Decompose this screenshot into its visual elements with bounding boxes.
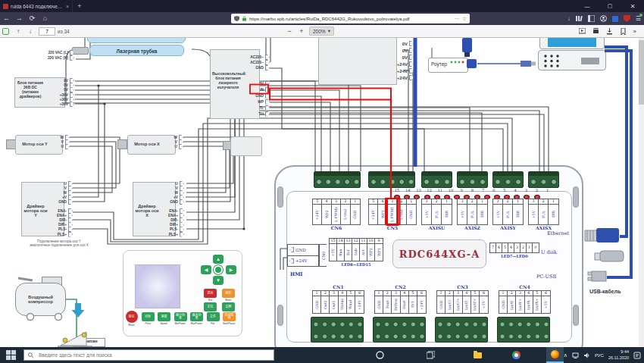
- back-button[interactable]: ←: [0, 12, 13, 25]
- pin-column: 1DIR: [477, 199, 487, 224]
- search-input[interactable]: [37, 352, 270, 358]
- laser-tube: Лазерная трубка: [89, 45, 184, 56]
- pdf-more-tools-icon[interactable]: »: [633, 28, 636, 35]
- file-explorer-icon[interactable]: [469, 347, 486, 363]
- forward-button[interactable]: →: [13, 12, 26, 25]
- tab-close-icon[interactable]: ×: [66, 4, 69, 9]
- pin-column: 2PUL: [539, 199, 549, 224]
- hmi-screen: [135, 264, 180, 308]
- presentation-mode-icon[interactable]: [579, 28, 586, 35]
- pin-label: ENA+: [168, 214, 178, 217]
- minimize-button[interactable]: —: [576, 0, 599, 12]
- zoom-level-select[interactable]: 200%▾: [309, 27, 334, 36]
- zoom-in-button[interactable]: +: [297, 27, 306, 35]
- led-column: 12Lub: [352, 239, 360, 261]
- connector-caption: CN3: [436, 284, 489, 290]
- pin-column: 5IN1: [409, 291, 417, 313]
- pin-arrow-icon: [265, 55, 270, 60]
- close-button[interactable]: ✕: [621, 0, 644, 12]
- bookmark-star-icon[interactable]: ☆: [462, 16, 467, 22]
- hmi-side-keys: 退出 Esc 回车 Enter 定位 Origin 边框 Frame: [203, 289, 239, 315]
- reload-button[interactable]: ⟳: [26, 12, 39, 25]
- home-button[interactable]: ⌂: [39, 12, 52, 25]
- led-column: 14Run: [337, 239, 345, 261]
- scrollbar-thumb[interactable]: [639, 40, 644, 105]
- language-indicator[interactable]: РУС: [595, 353, 604, 358]
- pc-vents-icon: [543, 54, 561, 68]
- led-number: 1: [542, 188, 553, 192]
- chrome-icon[interactable]: [508, 347, 525, 363]
- pin-label: U: [175, 145, 177, 149]
- pin-column: 3L-PWM2: [332, 199, 341, 224]
- task-view-icon[interactable]: [422, 347, 439, 363]
- pin-column: 2Out2: [321, 291, 330, 313]
- pin-label: IN: [260, 88, 264, 92]
- volume-icon[interactable]: [583, 352, 590, 358]
- page-actions-icon[interactable]: ⋯: [455, 16, 460, 22]
- case-slot: [573, 305, 579, 326]
- pin-label: 0V: [64, 88, 68, 92]
- download-icon[interactable]: [606, 28, 613, 35]
- led-column: 2: [521, 243, 527, 252]
- hmi-key-button: 边框: [222, 302, 235, 311]
- pin-arrow-icon: [265, 99, 270, 105]
- address-bar[interactable]: https://marbo.spb.ru/articles/RuiDa_RDC6…: [231, 14, 470, 23]
- pin-column: 5+24V: [369, 199, 378, 224]
- sidebar-toggle-icon[interactable]: [588, 15, 595, 22]
- led-number: 2: [531, 188, 542, 192]
- taskbar-search[interactable]: [23, 349, 274, 361]
- pin-arrow-icon: [409, 48, 414, 53]
- menu-icon[interactable]: ☰: [636, 15, 641, 22]
- connector-caption: CN5: [368, 225, 417, 231]
- page-number-input[interactable]: [39, 27, 55, 36]
- favicon-icon: [3, 4, 8, 9]
- hmi-key-button: 最小功率: [174, 312, 187, 321]
- pc-drive-slot: [581, 58, 599, 64]
- bookmark-page-icon[interactable]: [620, 28, 627, 35]
- pdf-page: Лазерная трубка Блок питания 36В DC (пит…: [0, 38, 644, 347]
- new-tab-button[interactable]: +: [73, 0, 86, 12]
- notification-icon[interactable]: [633, 352, 641, 359]
- clock[interactable]: 9:44 26.11.2020: [608, 349, 629, 360]
- tray-expand-icon[interactable]: ∧: [564, 352, 567, 358]
- downloads-icon[interactable]: ↓: [567, 15, 571, 22]
- pin-column: 1GND: [407, 199, 416, 224]
- pin-arrow-icon: [289, 258, 294, 264]
- maximize-button[interactable]: ▢: [599, 0, 621, 12]
- hmi-key-label: Esc: [208, 299, 212, 302]
- ethernet-label: Ethernet: [547, 230, 569, 236]
- adblock-shield-icon[interactable]: [624, 15, 630, 22]
- led-column: 4: [508, 243, 514, 252]
- hmi-key-label: Reset: [128, 324, 134, 327]
- library-icon[interactable]: [576, 15, 583, 22]
- pin-arrow-icon: [68, 199, 73, 205]
- account-icon[interactable]: [600, 15, 607, 22]
- pin-label: +36V: [60, 98, 68, 102]
- led-column: 7: [490, 243, 496, 252]
- pin-arrow-icon: [265, 105, 270, 111]
- pin-arrow-icon: [265, 60, 270, 65]
- extension-blue-icon[interactable]: [612, 16, 618, 22]
- print-icon[interactable]: [592, 28, 599, 35]
- hmi-key-label: MinPower: [175, 322, 186, 325]
- browser-tab[interactable]: ruida 6443 подключение — ×: [0, 0, 73, 12]
- network-icon[interactable]: [572, 352, 579, 358]
- zoom-out-button[interactable]: −: [285, 27, 294, 35]
- pin-arrow-icon: [409, 41, 414, 46]
- led-column: 6: [496, 243, 502, 252]
- pin-label: U: [61, 145, 64, 149]
- pdf-extension-icon[interactable]: [2, 28, 9, 35]
- hmi-key-label: MaxPower: [191, 322, 202, 325]
- cortana-icon[interactable]: [371, 347, 389, 363]
- laser-tube-connector: [72, 47, 89, 55]
- pin-label: GND: [58, 200, 67, 204]
- hv-psu-ac-pins: AC220~AC220~GND: [227, 55, 270, 70]
- scrollbar[interactable]: [639, 38, 644, 347]
- page-down-button[interactable]: ↓: [24, 28, 36, 35]
- page-up-button[interactable]: ↑: [12, 28, 24, 35]
- led-panel-caption: LED8—LED15: [329, 261, 383, 268]
- pin-column: 5Wind: [347, 291, 355, 313]
- pin-label: 0V: [402, 55, 408, 60]
- start-button[interactable]: [6, 350, 16, 361]
- firefox-icon[interactable]: [546, 347, 564, 363]
